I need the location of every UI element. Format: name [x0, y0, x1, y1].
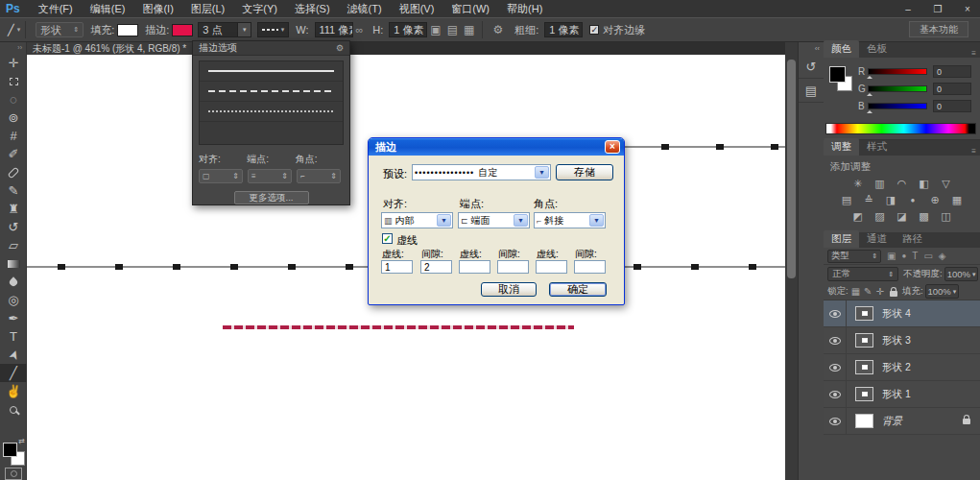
layer-thumbnail[interactable]	[855, 360, 873, 374]
expand-panels-icon[interactable]: ‹‹	[799, 42, 824, 55]
visibility-toggle[interactable]	[824, 408, 847, 434]
layer-row-shape2[interactable]: 形状 2	[824, 354, 980, 381]
invert-icon[interactable]: ◩	[850, 210, 866, 223]
filter-type-icon[interactable]: T	[912, 251, 918, 261]
history-panel-icon[interactable]: ↺	[799, 55, 824, 79]
filter-shape-icon[interactable]: ▭	[923, 251, 932, 261]
weight-field[interactable]: 1 像素	[544, 22, 583, 37]
tab-paths[interactable]: 路径	[895, 230, 930, 248]
panel-menu-icon[interactable]: ≡	[971, 147, 980, 156]
stroke-width-dropdown[interactable]: ▾	[238, 22, 251, 37]
menu-window[interactable]: 窗口(W)	[442, 0, 498, 17]
stroke-type-select[interactable]: ▾	[257, 22, 289, 37]
tool-gradient[interactable]	[0, 254, 27, 273]
tab-color[interactable]: 颜色	[824, 40, 859, 58]
caps-select[interactable]: ⊏端面 ▼	[458, 212, 530, 228]
toolbar-expand-icon[interactable]: ››	[0, 42, 26, 54]
tool-path-select[interactable]: ➤	[0, 346, 27, 364]
corners-select[interactable]: ⌐斜接 ▼	[534, 212, 606, 228]
stroke-style-dashed[interactable]	[200, 82, 343, 102]
tool-marquee[interactable]	[0, 72, 27, 90]
stroke-style-dotted[interactable]	[200, 102, 343, 122]
opacity-value[interactable]: 100%▾	[944, 267, 979, 281]
tool-hand[interactable]: ✌	[0, 382, 27, 400]
menu-select[interactable]: 选择(S)	[286, 0, 339, 17]
curves-icon[interactable]: ◠	[895, 178, 910, 190]
panel-menu-icon[interactable]: ≡	[971, 49, 980, 58]
corners-select[interactable]: ⌐⇕	[297, 169, 341, 183]
filter-pixel-icon[interactable]: ▣	[887, 251, 896, 261]
link-dimensions-icon[interactable]: ∞	[356, 24, 364, 36]
layer-row-shape1[interactable]: 形状 1	[824, 381, 980, 408]
lock-transparency-icon[interactable]: ▦	[851, 286, 860, 297]
shape-width-field[interactable]: 111 像素	[315, 22, 353, 37]
tool-type[interactable]: T	[0, 327, 27, 346]
scrollbar-thumb[interactable]	[787, 60, 796, 278]
tool-history-brush[interactable]: ↺	[0, 218, 27, 236]
document-tab[interactable]: 未标题-1 @ 461% (形状 4, RGB/8) * ×	[27, 42, 205, 55]
tab-channels[interactable]: 通道	[859, 230, 895, 248]
gap-input-3[interactable]	[574, 260, 606, 274]
align-edges-checkbox[interactable]: ✓	[589, 25, 599, 35]
hue-saturation-icon[interactable]: ▤	[839, 194, 854, 206]
channel-g-slider[interactable]	[868, 85, 927, 92]
tool-clone-stamp[interactable]: ♜	[0, 200, 27, 218]
visibility-toggle[interactable]	[824, 327, 847, 353]
tab-adjustments[interactable]: 调整	[824, 138, 859, 156]
layer-row-shape3[interactable]: 形状 3	[824, 327, 980, 354]
blend-mode-select[interactable]: 正常⇕	[827, 267, 898, 281]
menu-edit[interactable]: 编辑(E)	[82, 0, 134, 17]
layer-thumbnail[interactable]	[855, 306, 873, 321]
tab-swatches[interactable]: 色板	[859, 40, 895, 58]
tool-quick-select[interactable]: ⊚	[0, 108, 27, 127]
dashed-line-checkbox[interactable]: ✓	[382, 233, 393, 244]
dash-input-1[interactable]	[381, 260, 413, 274]
active-tool-preview[interactable]: ╱ ▾	[8, 24, 20, 36]
tool-blur[interactable]	[0, 273, 27, 291]
tool-lasso[interactable]: ◌	[0, 90, 27, 108]
cancel-button[interactable]: 取消	[481, 282, 537, 297]
layer-filter-select[interactable]: 类型⇕	[827, 250, 881, 263]
filter-adjustment-icon[interactable]: ●	[901, 252, 906, 260]
filter-smart-icon[interactable]: ◈	[939, 251, 946, 261]
menu-image[interactable]: 图像(I)	[133, 0, 181, 17]
tool-dodge[interactable]: ◎	[0, 291, 27, 309]
channel-b-slider[interactable]	[868, 103, 927, 109]
visibility-toggle[interactable]	[824, 354, 847, 380]
visibility-toggle[interactable]	[824, 300, 847, 326]
tool-mode-select[interactable]: 形状 ⇕	[36, 22, 84, 37]
menu-type[interactable]: 文字(Y)	[233, 0, 286, 17]
channel-g-value[interactable]: 0	[933, 83, 971, 95]
gap-input-1[interactable]	[420, 260, 452, 274]
stroke-width-field[interactable]: 3 点	[198, 22, 238, 37]
photo-filter-icon[interactable]: ●	[905, 194, 920, 206]
caps-select[interactable]: ≡⇕	[248, 169, 292, 183]
properties-panel-icon[interactable]: ▤	[799, 79, 824, 103]
channel-r-value[interactable]: 0	[933, 65, 971, 78]
visibility-toggle[interactable]	[824, 381, 847, 407]
levels-icon[interactable]: ▥	[872, 178, 888, 190]
tool-eraser[interactable]: ▱	[0, 236, 27, 254]
menu-view[interactable]: 视图(V)	[391, 0, 443, 17]
vibrance-icon[interactable]: ▽	[939, 178, 954, 190]
preset-select[interactable]: ••••••••••••••• 自定 ▼	[412, 164, 551, 180]
layer-row-shape4[interactable]: 形状 4	[824, 300, 980, 327]
foreground-color-swatch[interactable]	[829, 66, 846, 83]
channel-r-slider[interactable]	[868, 68, 927, 75]
layer-row-background[interactable]: 背景	[824, 408, 980, 435]
posterize-icon[interactable]: ▨	[872, 210, 888, 223]
shape-height-field[interactable]: 1 像素	[389, 22, 427, 37]
color-balance-icon[interactable]: ≙	[861, 194, 876, 206]
menu-filter[interactable]: 滤镜(T)	[339, 0, 391, 17]
path-arrangement-icon[interactable]: ▦	[464, 23, 474, 36]
stroke-style-solid[interactable]	[200, 61, 343, 82]
tool-zoom[interactable]	[0, 400, 27, 419]
layer-thumbnail[interactable]	[855, 387, 873, 401]
tool-crop[interactable]: #	[0, 127, 27, 145]
black-white-icon[interactable]: ◨	[883, 194, 898, 206]
fill-swatch[interactable]	[117, 24, 138, 36]
save-button[interactable]: 存储	[556, 164, 613, 180]
dash-input-2[interactable]	[459, 260, 490, 274]
menu-file[interactable]: 文件(F)	[30, 0, 82, 17]
align-select[interactable]: ▥内部 ▼	[381, 212, 453, 228]
